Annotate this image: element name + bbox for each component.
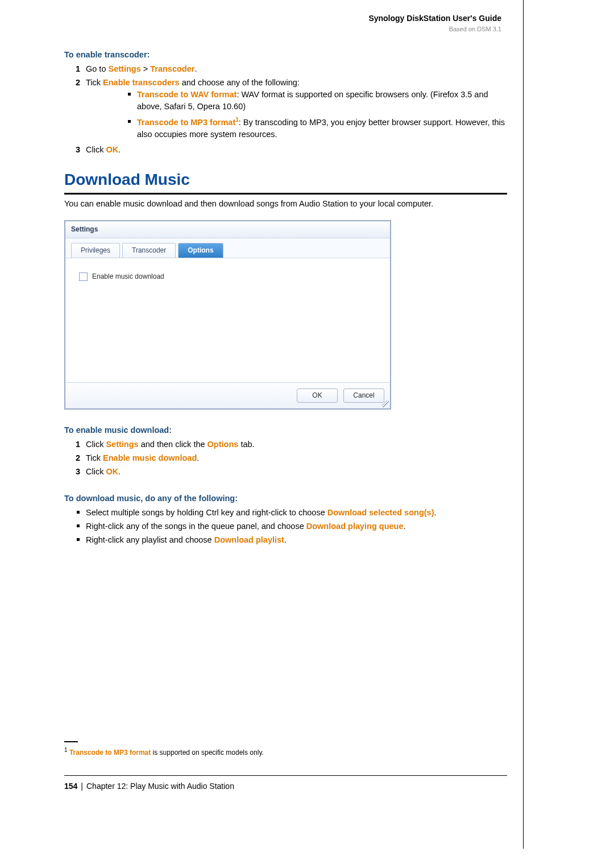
text: Tick [86, 78, 103, 87]
link-options: Options [208, 440, 239, 449]
text: . [404, 522, 406, 531]
text: . [194, 64, 197, 73]
divider: | [81, 782, 83, 791]
text: Click [86, 467, 106, 476]
page-number: 154 [64, 782, 77, 791]
text: Click [86, 440, 106, 449]
dialog-tabs: Privileges Transcoder Options [65, 238, 390, 258]
doc-subtitle: Based on DSM 3.1 [64, 25, 501, 34]
bold: Transcode to MP3 format [137, 118, 235, 127]
list-item: Right-click any of the songs in the queu… [77, 520, 507, 532]
section-enable-music-title: To enable music download: [64, 424, 507, 436]
footnote-bold: Transcode to MP3 format [69, 749, 151, 757]
link-enable-transcoders: Enable transcoders [103, 78, 180, 87]
text: Right-click any of the songs in the queu… [86, 522, 306, 531]
text: Select multiple songs by holding Ctrl ke… [86, 508, 327, 517]
footnote-rule [64, 741, 78, 742]
download-methods: Select multiple songs by holding Ctrl ke… [77, 507, 507, 546]
transcoder-sublist: Transcode to WAV format: WAV format is s… [105, 89, 507, 140]
footnote: 1 Transcode to MP3 format is supported o… [64, 746, 507, 758]
link-settings: Settings [109, 64, 141, 73]
sub-mp3: Transcode to MP3 format1: By transcoding… [128, 116, 507, 140]
doc-header: Synology DiskStation User's Guide Based … [64, 13, 507, 34]
link-settings: Settings [106, 440, 138, 449]
link-transcoder: Transcoder [150, 64, 194, 73]
text: Click [86, 145, 106, 154]
tab-privileges[interactable]: Privileges [71, 243, 120, 257]
dialog-title: Settings [65, 221, 390, 238]
link-ok: OK [106, 145, 118, 154]
enable-transcoder-steps: 1 Go to Settings > Transcoder. 2 Tick En… [72, 63, 507, 156]
text: and then click the [139, 440, 208, 449]
footnote-text: is supported on specific models only. [151, 749, 264, 757]
text: tab. [238, 440, 254, 449]
text: Tick [86, 453, 103, 462]
resize-handle-icon[interactable] [382, 400, 389, 407]
text: . [118, 145, 121, 154]
tab-options[interactable]: Options [178, 243, 223, 257]
step-2: 2 Tick Enable music download. [76, 452, 507, 464]
heading-download-music: Download Music [64, 168, 507, 195]
bold: Transcode to WAV format [137, 90, 237, 99]
sub-wav: Transcode to WAV format: WAV format is s… [128, 89, 507, 113]
list-item: Right-click any playlist and choose Down… [77, 534, 507, 546]
page-footer: 154|Chapter 12: Play Music with Audio St… [64, 775, 507, 792]
text: . [284, 535, 287, 544]
step-3: 3 Click OK. [76, 144, 507, 156]
step-3: 3 Click OK. [76, 466, 507, 478]
ok-button[interactable]: OK [297, 388, 338, 403]
settings-dialog: Settings Privileges Transcoder Options E… [64, 220, 391, 410]
dialog-footer: OK Cancel [65, 383, 390, 408]
step-1: 1 Go to Settings > Transcoder. [76, 63, 507, 75]
text: . [434, 508, 436, 517]
link-ok: OK [106, 467, 118, 476]
text: Go to [86, 64, 109, 73]
cancel-button[interactable]: Cancel [343, 388, 384, 403]
footnote-num: 1 [64, 747, 68, 753]
chapter-label: Chapter 12: Play Music with Audio Statio… [86, 782, 234, 791]
link-download-selected: Download selected song(s) [327, 508, 434, 517]
download-intro: You can enable music download and then d… [64, 198, 507, 210]
link-enable-download: Enable music download [103, 453, 197, 462]
section-enable-transcoder-title: To enable transcoder: [64, 49, 507, 61]
list-item: Select multiple songs by holding Ctrl ke… [77, 507, 507, 519]
text: > [141, 64, 151, 73]
step-2: 2 Tick Enable transcoders and choose any… [76, 77, 507, 140]
dialog-body: Enable music download [65, 258, 390, 383]
enable-music-steps: 1 Click Settings and then click the Opti… [72, 439, 507, 478]
link-download-queue: Download playing queue [306, 522, 404, 531]
enable-music-label: Enable music download [92, 272, 164, 282]
step-1: 1 Click Settings and then click the Opti… [76, 439, 507, 450]
text: Right-click any playlist and choose [86, 535, 214, 544]
link-download-playlist: Download playlist [214, 535, 284, 544]
enable-music-checkbox[interactable] [79, 272, 88, 281]
tab-transcoder[interactable]: Transcoder [122, 243, 176, 257]
section-download-title: To download music, do any of the followi… [64, 493, 507, 505]
text: . [118, 467, 121, 476]
doc-title: Synology DiskStation User's Guide [64, 13, 501, 24]
text: and choose any of the following: [180, 78, 300, 87]
enable-music-row: Enable music download [79, 272, 376, 282]
text: . [197, 453, 199, 462]
